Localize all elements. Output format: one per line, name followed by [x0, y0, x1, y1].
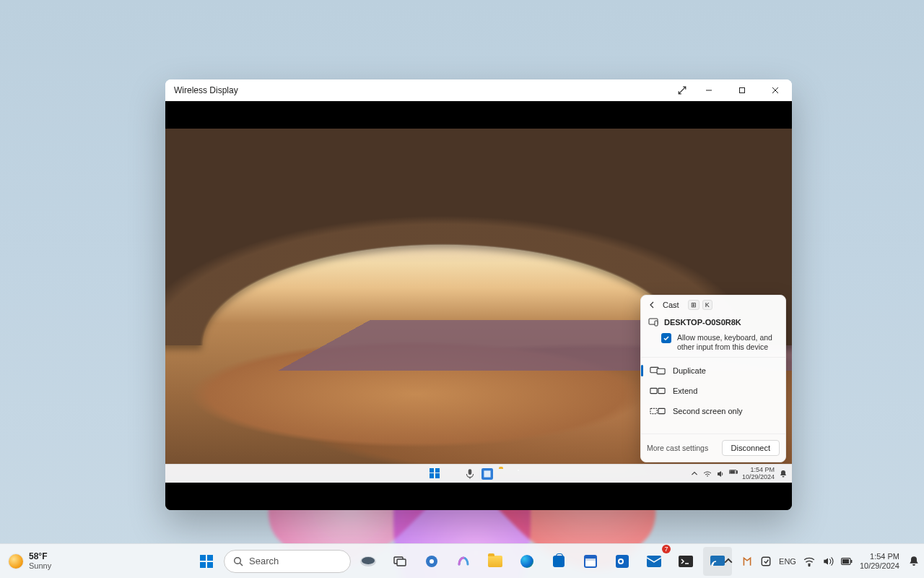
remote-desktop[interactable]: Cast ⊞K DESKTOP-O0S0R8K Allow mouse, key	[165, 129, 792, 483]
titlebar[interactable]: Wireless Display	[165, 79, 792, 101]
cast-shortcut: ⊞K	[688, 300, 712, 310]
projection-mode-list: Duplicate Extend Second screen only	[641, 357, 785, 424]
allow-input-row[interactable]: Allow mouse, keyboard, and other input f…	[641, 332, 785, 357]
taskbar-search[interactable]: Search	[224, 550, 351, 573]
remote-volume-icon[interactable]	[716, 470, 725, 478]
svg-rect-33	[647, 556, 661, 567]
tray-clock[interactable]: 1:54 PM10/29/2024	[860, 552, 901, 570]
svg-rect-34	[679, 556, 693, 567]
tray-language-icon[interactable]: ENG	[779, 556, 796, 567]
window-title: Wireless Display	[174, 85, 238, 95]
projection-second-only[interactable]: Second screen only	[641, 401, 785, 421]
remote-taskbar[interactable]: 1:54 PM10/29/2024	[165, 464, 792, 483]
remote-notifications-icon[interactable]	[779, 470, 788, 478]
svg-point-36	[712, 564, 713, 565]
close-button[interactable]	[759, 79, 792, 101]
svg-rect-5	[655, 321, 658, 326]
remote-mic-icon[interactable]	[464, 468, 476, 480]
copilot-icon[interactable]	[449, 547, 478, 576]
svg-rect-11	[658, 409, 665, 414]
extend-icon	[650, 386, 666, 396]
svg-rect-40	[851, 560, 853, 563]
svg-rect-12	[468, 469, 472, 475]
allow-input-label: Allow mouse, keyboard, and other input f…	[677, 333, 778, 351]
svg-rect-24	[397, 559, 406, 566]
svg-rect-41	[842, 559, 849, 564]
svg-point-32	[619, 560, 622, 563]
device-icon	[648, 317, 658, 327]
svg-line-20	[240, 563, 243, 566]
svg-point-38	[808, 564, 810, 566]
projection-extend[interactable]: Extend	[641, 381, 785, 401]
svg-rect-37	[762, 557, 770, 565]
outlook-icon[interactable]	[608, 547, 637, 576]
svg-point-19	[235, 557, 241, 564]
mail-badge: 7	[662, 545, 671, 553]
remote-wifi-icon[interactable]	[703, 470, 712, 478]
host-taskbar[interactable]: 58°F Sunny Search	[0, 543, 924, 578]
settings-icon[interactable]	[417, 547, 446, 576]
disconnect-button[interactable]: Disconnect	[722, 440, 780, 456]
svg-rect-17	[736, 470, 737, 473]
tray-chevron-icon[interactable]	[723, 556, 734, 567]
weather-temp: 58°F	[29, 552, 51, 561]
cast-device-name: DESKTOP-O0S0R8K	[664, 318, 741, 327]
svg-rect-9	[658, 389, 665, 394]
weather-sunny-icon	[9, 554, 23, 569]
cast-title: Cast	[663, 301, 679, 309]
tray-notifications-icon[interactable]	[908, 556, 920, 567]
remote-chrome-icon[interactable]	[447, 468, 458, 480]
letterbox-top	[165, 101, 792, 129]
tray-wifi-icon[interactable]	[803, 556, 815, 567]
letterbox-bottom	[165, 483, 792, 510]
system-tray[interactable]: ENG 1:54 PM10/29/2024	[723, 544, 920, 578]
terminal-icon[interactable]	[671, 547, 700, 576]
cast-device-row[interactable]: DESKTOP-O0S0R8K	[641, 314, 785, 332]
calendar-icon[interactable]	[576, 547, 605, 576]
wireless-display-window: Wireless Display	[165, 79, 792, 510]
store-icon[interactable]	[544, 547, 573, 576]
mail-icon[interactable]: 7	[640, 547, 668, 576]
more-cast-settings-link[interactable]: More cast settings	[647, 444, 708, 452]
svg-rect-8	[650, 389, 657, 394]
second-screen-icon	[650, 406, 666, 416]
remote-tray-chevron-icon[interactable]	[690, 470, 699, 478]
weather-widget[interactable]: 58°F Sunny	[0, 544, 60, 578]
svg-point-26	[430, 559, 434, 564]
start-button[interactable]	[192, 547, 221, 576]
tray-battery-icon[interactable]	[841, 556, 853, 567]
svg-rect-15	[484, 470, 490, 477]
file-explorer-icon[interactable]	[481, 547, 510, 576]
duplicate-icon	[650, 366, 666, 376]
maximize-button[interactable]	[725, 79, 759, 101]
tray-volume-icon[interactable]	[822, 556, 834, 567]
minimize-button[interactable]	[692, 79, 725, 101]
svg-rect-18	[731, 470, 735, 473]
svg-point-22	[362, 557, 375, 564]
edge-icon[interactable]	[513, 547, 541, 576]
remote-explorer-icon[interactable]	[499, 468, 510, 480]
remote-clock[interactable]: 1:54 PM10/29/2024	[742, 467, 775, 480]
weather-condition: Sunny	[29, 562, 51, 570]
svg-rect-29	[585, 558, 596, 561]
projection-duplicate[interactable]: Duplicate	[641, 361, 785, 381]
search-icon	[233, 556, 243, 566]
back-icon[interactable]	[648, 301, 657, 309]
remote-app-icon[interactable]	[481, 468, 493, 480]
tray-app-icon[interactable]	[741, 556, 753, 567]
checkbox-checked-icon[interactable]	[661, 333, 671, 343]
task-view-button[interactable]	[385, 547, 414, 576]
tray-security-icon[interactable]	[760, 556, 772, 567]
cast-panel: Cast ⊞K DESKTOP-O0S0R8K Allow mouse, key	[640, 295, 786, 462]
remote-whatsapp-icon[interactable]	[516, 468, 528, 480]
remote-battery-icon[interactable]	[729, 470, 738, 478]
svg-rect-10	[650, 409, 657, 414]
taskbar-app-generic[interactable]	[354, 547, 383, 576]
expand-icon[interactable]	[678, 86, 687, 95]
svg-rect-1	[740, 87, 745, 92]
window-client-area: Cast ⊞K DESKTOP-O0S0R8K Allow mouse, key	[165, 101, 792, 510]
search-placeholder: Search	[249, 556, 279, 566]
remote-start-button[interactable]	[430, 468, 441, 480]
svg-rect-7	[657, 368, 665, 374]
